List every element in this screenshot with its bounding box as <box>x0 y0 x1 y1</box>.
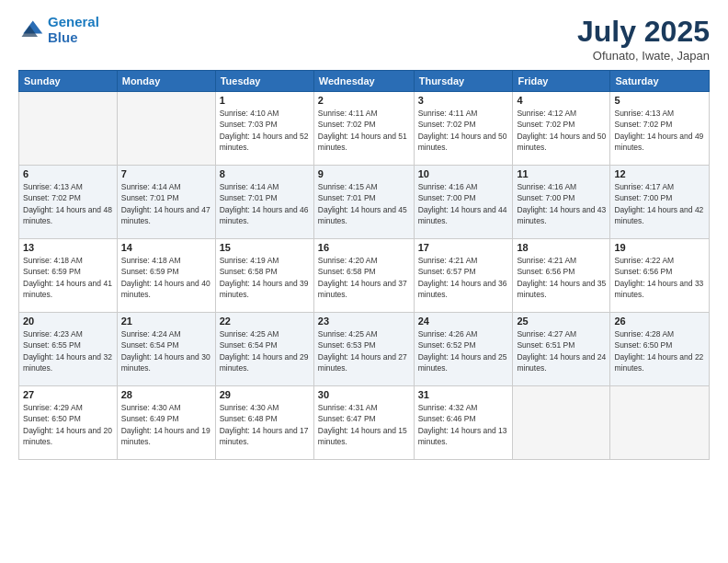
day-number: 13 <box>23 242 113 253</box>
calendar-cell: 15Sunrise: 4:19 AM Sunset: 6:58 PM Dayli… <box>215 239 313 313</box>
calendar-cell: 5Sunrise: 4:13 AM Sunset: 7:02 PM Daylig… <box>610 92 710 166</box>
day-number: 30 <box>318 389 410 400</box>
calendar-cell <box>19 92 118 166</box>
day-detail: Sunrise: 4:30 AM Sunset: 6:49 PM Dayligh… <box>121 402 211 447</box>
day-detail: Sunrise: 4:11 AM Sunset: 7:02 PM Dayligh… <box>418 108 509 153</box>
calendar-cell: 11Sunrise: 4:16 AM Sunset: 7:00 PM Dayli… <box>513 166 610 239</box>
day-number: 17 <box>418 242 509 253</box>
calendar-cell: 23Sunrise: 4:25 AM Sunset: 6:53 PM Dayli… <box>313 313 414 386</box>
calendar-week-row: 13Sunrise: 4:18 AM Sunset: 6:59 PM Dayli… <box>19 239 710 313</box>
day-detail: Sunrise: 4:29 AM Sunset: 6:50 PM Dayligh… <box>23 402 113 447</box>
day-number: 16 <box>318 242 410 253</box>
logo-text: General Blue <box>48 15 99 45</box>
calendar-cell: 28Sunrise: 4:30 AM Sunset: 6:49 PM Dayli… <box>117 386 215 460</box>
calendar-cell: 2Sunrise: 4:11 AM Sunset: 7:02 PM Daylig… <box>313 92 414 166</box>
calendar-cell: 31Sunrise: 4:32 AM Sunset: 6:46 PM Dayli… <box>414 386 513 460</box>
header: General Blue July 2025 Ofunato, Iwate, J… <box>18 15 710 63</box>
calendar-cell: 4Sunrise: 4:12 AM Sunset: 7:02 PM Daylig… <box>513 92 610 166</box>
calendar-cell: 26Sunrise: 4:28 AM Sunset: 6:50 PM Dayli… <box>610 313 710 386</box>
calendar-cell: 17Sunrise: 4:21 AM Sunset: 6:57 PM Dayli… <box>414 239 513 313</box>
day-detail: Sunrise: 4:31 AM Sunset: 6:47 PM Dayligh… <box>318 402 410 447</box>
day-detail: Sunrise: 4:22 AM Sunset: 6:56 PM Dayligh… <box>614 255 705 300</box>
calendar-cell: 30Sunrise: 4:31 AM Sunset: 6:47 PM Dayli… <box>313 386 414 460</box>
day-detail: Sunrise: 4:18 AM Sunset: 6:59 PM Dayligh… <box>121 255 211 300</box>
logo-icon <box>18 17 44 43</box>
day-detail: Sunrise: 4:19 AM Sunset: 6:58 PM Dayligh… <box>220 255 310 300</box>
day-number: 4 <box>517 95 606 106</box>
calendar-cell <box>117 92 215 166</box>
day-number: 1 <box>220 95 310 106</box>
day-detail: Sunrise: 4:30 AM Sunset: 6:48 PM Dayligh… <box>220 402 310 447</box>
calendar-cell <box>513 386 610 460</box>
day-detail: Sunrise: 4:18 AM Sunset: 6:59 PM Dayligh… <box>23 255 113 300</box>
calendar-week-row: 27Sunrise: 4:29 AM Sunset: 6:50 PM Dayli… <box>19 386 710 460</box>
calendar-cell: 10Sunrise: 4:16 AM Sunset: 7:00 PM Dayli… <box>414 166 513 239</box>
day-detail: Sunrise: 4:14 AM Sunset: 7:01 PM Dayligh… <box>220 181 310 226</box>
day-detail: Sunrise: 4:21 AM Sunset: 6:57 PM Dayligh… <box>418 255 509 300</box>
day-number: 12 <box>614 168 705 179</box>
day-detail: Sunrise: 4:23 AM Sunset: 6:55 PM Dayligh… <box>23 328 113 373</box>
calendar-header-wednesday: Wednesday <box>313 71 414 92</box>
day-detail: Sunrise: 4:26 AM Sunset: 6:52 PM Dayligh… <box>418 328 509 373</box>
calendar-cell: 8Sunrise: 4:14 AM Sunset: 7:01 PM Daylig… <box>215 166 313 239</box>
day-number: 3 <box>418 95 509 106</box>
logo-blue: Blue <box>48 29 78 45</box>
day-detail: Sunrise: 4:25 AM Sunset: 6:54 PM Dayligh… <box>220 328 310 373</box>
day-detail: Sunrise: 4:10 AM Sunset: 7:03 PM Dayligh… <box>220 108 310 153</box>
day-number: 5 <box>614 95 705 106</box>
day-number: 15 <box>220 242 310 253</box>
day-detail: Sunrise: 4:16 AM Sunset: 7:00 PM Dayligh… <box>517 181 606 226</box>
day-detail: Sunrise: 4:15 AM Sunset: 7:01 PM Dayligh… <box>318 181 410 226</box>
day-number: 20 <box>23 316 113 327</box>
calendar-cell: 25Sunrise: 4:27 AM Sunset: 6:51 PM Dayli… <box>513 313 610 386</box>
title-block: July 2025 Ofunato, Iwate, Japan <box>577 15 710 63</box>
day-detail: Sunrise: 4:11 AM Sunset: 7:02 PM Dayligh… <box>318 108 410 153</box>
calendar-cell: 1Sunrise: 4:10 AM Sunset: 7:03 PM Daylig… <box>215 92 313 166</box>
calendar-cell: 14Sunrise: 4:18 AM Sunset: 6:59 PM Dayli… <box>117 239 215 313</box>
calendar-cell: 16Sunrise: 4:20 AM Sunset: 6:58 PM Dayli… <box>313 239 414 313</box>
calendar-header-monday: Monday <box>117 71 215 92</box>
calendar-header-row: SundayMondayTuesdayWednesdayThursdayFrid… <box>19 71 710 92</box>
day-number: 11 <box>517 168 606 179</box>
day-detail: Sunrise: 4:12 AM Sunset: 7:02 PM Dayligh… <box>517 108 606 153</box>
calendar-header-thursday: Thursday <box>414 71 513 92</box>
calendar-header-tuesday: Tuesday <box>215 71 313 92</box>
calendar-cell: 7Sunrise: 4:14 AM Sunset: 7:01 PM Daylig… <box>117 166 215 239</box>
calendar-cell: 20Sunrise: 4:23 AM Sunset: 6:55 PM Dayli… <box>19 313 118 386</box>
calendar-cell: 29Sunrise: 4:30 AM Sunset: 6:48 PM Dayli… <box>215 386 313 460</box>
calendar-cell: 13Sunrise: 4:18 AM Sunset: 6:59 PM Dayli… <box>19 239 118 313</box>
day-number: 22 <box>220 316 310 327</box>
day-number: 8 <box>220 168 310 179</box>
day-detail: Sunrise: 4:32 AM Sunset: 6:46 PM Dayligh… <box>418 402 509 447</box>
month-title: July 2025 <box>577 15 710 49</box>
calendar-cell: 9Sunrise: 4:15 AM Sunset: 7:01 PM Daylig… <box>313 166 414 239</box>
calendar-cell: 3Sunrise: 4:11 AM Sunset: 7:02 PM Daylig… <box>414 92 513 166</box>
calendar: SundayMondayTuesdayWednesdayThursdayFrid… <box>18 70 710 460</box>
day-number: 29 <box>220 389 310 400</box>
calendar-cell: 22Sunrise: 4:25 AM Sunset: 6:54 PM Dayli… <box>215 313 313 386</box>
day-number: 26 <box>614 316 705 327</box>
calendar-week-row: 1Sunrise: 4:10 AM Sunset: 7:03 PM Daylig… <box>19 92 710 166</box>
day-detail: Sunrise: 4:13 AM Sunset: 7:02 PM Dayligh… <box>614 108 705 153</box>
calendar-cell: 12Sunrise: 4:17 AM Sunset: 7:00 PM Dayli… <box>610 166 710 239</box>
page: General Blue July 2025 Ofunato, Iwate, J… <box>0 0 728 563</box>
day-detail: Sunrise: 4:17 AM Sunset: 7:00 PM Dayligh… <box>614 181 705 226</box>
calendar-week-row: 6Sunrise: 4:13 AM Sunset: 7:02 PM Daylig… <box>19 166 710 239</box>
day-detail: Sunrise: 4:16 AM Sunset: 7:00 PM Dayligh… <box>418 181 509 226</box>
day-number: 7 <box>121 168 211 179</box>
day-number: 6 <box>23 168 113 179</box>
day-number: 10 <box>418 168 509 179</box>
day-number: 2 <box>318 95 410 106</box>
calendar-header-friday: Friday <box>513 71 610 92</box>
day-detail: Sunrise: 4:14 AM Sunset: 7:01 PM Dayligh… <box>121 181 211 226</box>
calendar-cell: 21Sunrise: 4:24 AM Sunset: 6:54 PM Dayli… <box>117 313 215 386</box>
day-number: 31 <box>418 389 509 400</box>
day-number: 27 <box>23 389 113 400</box>
day-detail: Sunrise: 4:25 AM Sunset: 6:53 PM Dayligh… <box>318 328 410 373</box>
logo: General Blue <box>18 15 99 45</box>
calendar-cell: 27Sunrise: 4:29 AM Sunset: 6:50 PM Dayli… <box>19 386 118 460</box>
day-number: 23 <box>318 316 410 327</box>
day-number: 25 <box>517 316 606 327</box>
day-detail: Sunrise: 4:20 AM Sunset: 6:58 PM Dayligh… <box>318 255 410 300</box>
day-detail: Sunrise: 4:28 AM Sunset: 6:50 PM Dayligh… <box>614 328 705 373</box>
